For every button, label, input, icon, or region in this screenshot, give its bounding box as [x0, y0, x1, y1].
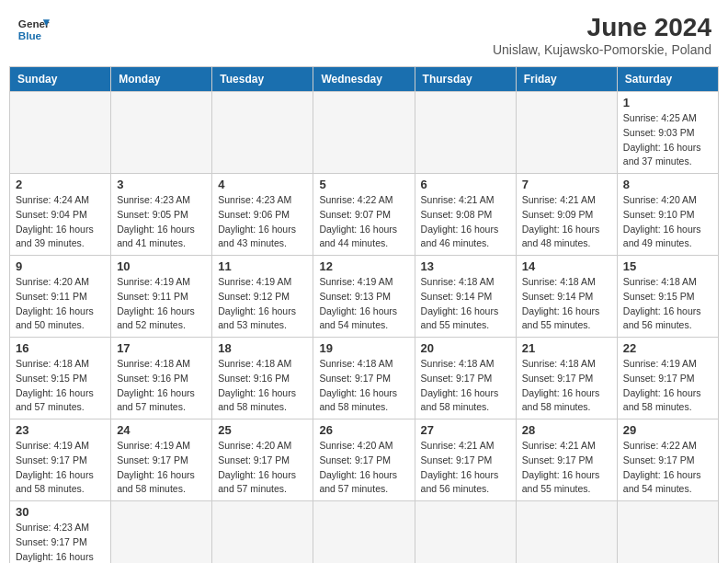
calendar-cell: 27Sunrise: 4:21 AM Sunset: 9:17 PM Dayli…	[415, 419, 516, 501]
day-info: Sunrise: 4:18 AM Sunset: 9:15 PM Dayligh…	[16, 357, 105, 415]
calendar-cell	[516, 92, 617, 174]
day-info: Sunrise: 4:18 AM Sunset: 9:17 PM Dayligh…	[421, 357, 510, 415]
day-info: Sunrise: 4:19 AM Sunset: 9:17 PM Dayligh…	[623, 357, 712, 415]
day-info: Sunrise: 4:18 AM Sunset: 9:17 PM Dayligh…	[522, 357, 611, 415]
day-number: 28	[522, 423, 611, 437]
calendar-cell: 24Sunrise: 4:19 AM Sunset: 9:17 PM Dayli…	[111, 419, 212, 501]
header-monday: Monday	[111, 67, 212, 92]
header-sunday: Sunday	[10, 67, 111, 92]
calendar-cell: 3Sunrise: 4:23 AM Sunset: 9:05 PM Daylig…	[111, 174, 212, 256]
calendar-cell: 20Sunrise: 4:18 AM Sunset: 9:17 PM Dayli…	[415, 338, 516, 419]
subtitle: Unislaw, Kujawsko-Pomorskie, Poland	[493, 42, 711, 57]
calendar-cell: 13Sunrise: 4:18 AM Sunset: 9:14 PM Dayli…	[415, 256, 516, 338]
header-saturday: Saturday	[617, 67, 718, 92]
day-info: Sunrise: 4:18 AM Sunset: 9:14 PM Dayligh…	[421, 275, 510, 333]
calendar-cell: 10Sunrise: 4:19 AM Sunset: 9:11 PM Dayli…	[111, 256, 212, 338]
day-number: 9	[16, 259, 105, 273]
calendar-row: 16Sunrise: 4:18 AM Sunset: 9:15 PM Dayli…	[10, 338, 719, 419]
day-info: Sunrise: 4:23 AM Sunset: 9:17 PM Dayligh…	[16, 521, 105, 563]
day-number: 7	[522, 178, 611, 191]
day-info: Sunrise: 4:20 AM Sunset: 9:11 PM Dayligh…	[16, 275, 105, 333]
calendar-cell: 11Sunrise: 4:19 AM Sunset: 9:12 PM Dayli…	[212, 256, 313, 338]
calendar-cell	[516, 501, 617, 564]
day-number: 3	[117, 178, 206, 191]
day-number: 5	[319, 178, 408, 191]
calendar-cell: 5Sunrise: 4:22 AM Sunset: 9:07 PM Daylig…	[313, 174, 415, 256]
day-number: 2	[16, 178, 105, 191]
calendar-cell: 4Sunrise: 4:23 AM Sunset: 9:06 PM Daylig…	[212, 174, 313, 256]
calendar-cell: 21Sunrise: 4:18 AM Sunset: 9:17 PM Dayli…	[516, 338, 617, 419]
calendar: Sunday Monday Tuesday Wednesday Thursday…	[9, 66, 719, 563]
calendar-row: 30Sunrise: 4:23 AM Sunset: 9:17 PM Dayli…	[10, 501, 719, 564]
calendar-cell	[10, 92, 111, 174]
day-info: Sunrise: 4:18 AM Sunset: 9:16 PM Dayligh…	[218, 357, 307, 415]
day-info: Sunrise: 4:21 AM Sunset: 9:17 PM Dayligh…	[421, 439, 510, 497]
calendar-cell: 22Sunrise: 4:19 AM Sunset: 9:17 PM Dayli…	[617, 338, 718, 419]
day-info: Sunrise: 4:18 AM Sunset: 9:17 PM Dayligh…	[319, 357, 408, 415]
day-info: Sunrise: 4:23 AM Sunset: 9:05 PM Dayligh…	[117, 193, 206, 251]
day-info: Sunrise: 4:18 AM Sunset: 9:16 PM Dayligh…	[117, 357, 206, 415]
day-number: 1	[623, 96, 712, 109]
header-tuesday: Tuesday	[212, 67, 313, 92]
day-info: Sunrise: 4:19 AM Sunset: 9:17 PM Dayligh…	[16, 439, 105, 497]
day-number: 23	[16, 423, 105, 437]
day-number: 21	[522, 341, 611, 355]
weekday-header-row: Sunday Monday Tuesday Wednesday Thursday…	[10, 67, 719, 92]
calendar-cell: 2Sunrise: 4:24 AM Sunset: 9:04 PM Daylig…	[10, 174, 111, 256]
day-number: 22	[623, 341, 712, 355]
calendar-cell: 7Sunrise: 4:21 AM Sunset: 9:09 PM Daylig…	[516, 174, 617, 256]
calendar-cell: 19Sunrise: 4:18 AM Sunset: 9:17 PM Dayli…	[313, 338, 415, 419]
day-info: Sunrise: 4:19 AM Sunset: 9:11 PM Dayligh…	[117, 275, 206, 333]
calendar-cell	[313, 92, 415, 174]
calendar-cell	[111, 501, 212, 564]
day-number: 17	[117, 341, 206, 355]
calendar-cell: 18Sunrise: 4:18 AM Sunset: 9:16 PM Dayli…	[212, 338, 313, 419]
header-wednesday: Wednesday	[313, 67, 415, 92]
calendar-cell	[111, 92, 212, 174]
day-info: Sunrise: 4:19 AM Sunset: 9:13 PM Dayligh…	[319, 275, 408, 333]
day-info: Sunrise: 4:19 AM Sunset: 9:17 PM Dayligh…	[117, 439, 206, 497]
calendar-cell	[415, 501, 516, 564]
day-info: Sunrise: 4:23 AM Sunset: 9:06 PM Dayligh…	[218, 193, 307, 251]
calendar-cell: 26Sunrise: 4:20 AM Sunset: 9:17 PM Dayli…	[313, 419, 415, 501]
day-number: 11	[218, 259, 307, 273]
calendar-cell: 8Sunrise: 4:20 AM Sunset: 9:10 PM Daylig…	[617, 174, 718, 256]
calendar-cell	[212, 501, 313, 564]
logo-icon: General Blue	[17, 13, 50, 46]
calendar-row: 23Sunrise: 4:19 AM Sunset: 9:17 PM Dayli…	[10, 419, 719, 501]
day-info: Sunrise: 4:22 AM Sunset: 9:07 PM Dayligh…	[319, 193, 408, 251]
day-number: 15	[623, 259, 712, 273]
day-number: 8	[623, 178, 712, 191]
day-number: 13	[421, 259, 510, 273]
day-number: 26	[319, 423, 408, 437]
day-info: Sunrise: 4:19 AM Sunset: 9:12 PM Dayligh…	[218, 275, 307, 333]
day-info: Sunrise: 4:20 AM Sunset: 9:10 PM Dayligh…	[623, 193, 712, 251]
calendar-cell: 6Sunrise: 4:21 AM Sunset: 9:08 PM Daylig…	[415, 174, 516, 256]
svg-text:General: General	[18, 17, 50, 29]
day-info: Sunrise: 4:24 AM Sunset: 9:04 PM Dayligh…	[16, 193, 105, 251]
calendar-cell: 28Sunrise: 4:21 AM Sunset: 9:17 PM Dayli…	[516, 419, 617, 501]
day-number: 4	[218, 178, 307, 191]
day-number: 14	[522, 259, 611, 273]
logo: General Blue	[17, 13, 50, 46]
day-info: Sunrise: 4:21 AM Sunset: 9:09 PM Dayligh…	[522, 193, 611, 251]
calendar-cell: 17Sunrise: 4:18 AM Sunset: 9:16 PM Dayli…	[111, 338, 212, 419]
calendar-cell: 16Sunrise: 4:18 AM Sunset: 9:15 PM Dayli…	[10, 338, 111, 419]
calendar-row: 1Sunrise: 4:25 AM Sunset: 9:03 PM Daylig…	[10, 92, 719, 174]
calendar-cell: 1Sunrise: 4:25 AM Sunset: 9:03 PM Daylig…	[617, 92, 718, 174]
day-number: 16	[16, 341, 105, 355]
calendar-cell: 9Sunrise: 4:20 AM Sunset: 9:11 PM Daylig…	[10, 256, 111, 338]
day-number: 12	[319, 259, 408, 273]
day-info: Sunrise: 4:18 AM Sunset: 9:14 PM Dayligh…	[522, 275, 611, 333]
day-number: 20	[421, 341, 510, 355]
day-info: Sunrise: 4:20 AM Sunset: 9:17 PM Dayligh…	[319, 439, 408, 497]
calendar-cell	[415, 92, 516, 174]
calendar-cell: 15Sunrise: 4:18 AM Sunset: 9:15 PM Dayli…	[617, 256, 718, 338]
calendar-cell: 30Sunrise: 4:23 AM Sunset: 9:17 PM Dayli…	[10, 501, 111, 564]
calendar-cell: 23Sunrise: 4:19 AM Sunset: 9:17 PM Dayli…	[10, 419, 111, 501]
day-number: 18	[218, 341, 307, 355]
day-info: Sunrise: 4:21 AM Sunset: 9:17 PM Dayligh…	[522, 439, 611, 497]
day-number: 30	[16, 505, 105, 519]
calendar-cell: 25Sunrise: 4:20 AM Sunset: 9:17 PM Dayli…	[212, 419, 313, 501]
day-number: 6	[421, 178, 510, 191]
